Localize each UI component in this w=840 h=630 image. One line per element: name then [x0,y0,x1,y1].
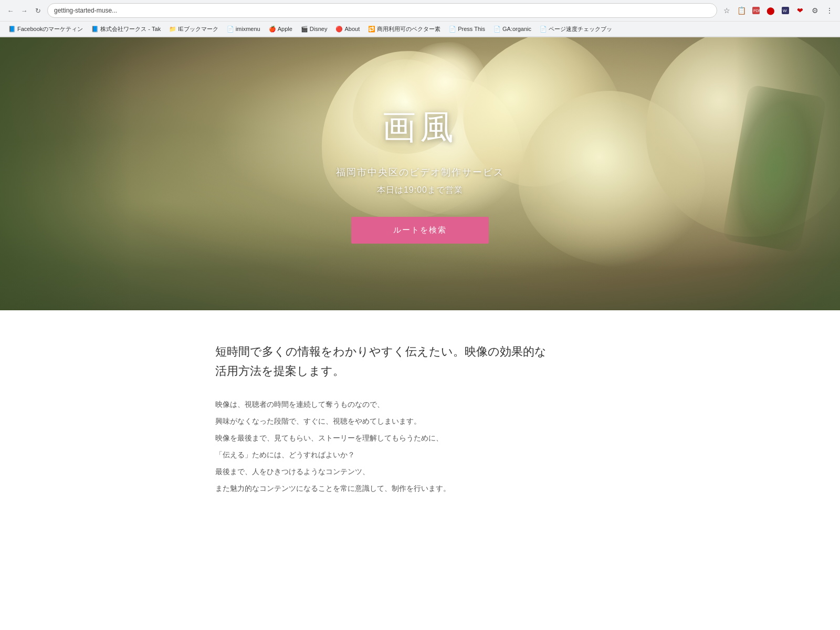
bookmark-favicon: 📄 [227,25,234,33]
forward-button[interactable]: → [19,5,29,16]
browser-controls: ← → ↻ [5,5,43,16]
hero-hours: 本日は19:00まで営業 [336,185,504,196]
blue-icon[interactable]: W [780,5,791,16]
content-section: 短時間で多くの情報をわかりやすく伝えたい。映像の効果的な活用方法を提案します。 … [184,342,656,496]
bookmark-favicon: 📘 [91,25,99,33]
bookmark-label: Apple [278,26,292,32]
content-paragraph: 映像を最後まで、見てもらい、ストーリーを理解してもらうために、 [215,430,625,445]
hero-title: 画風 [336,104,504,150]
bookmark-item[interactable]: 📘Facebookのマーケティン [5,24,86,34]
bookmark-favicon: 🔁 [368,25,375,33]
hero-content: 画風 福岡市中央区のビデオ制作サービス 本日は19:00まで営業 ルートを検索 [336,104,504,244]
bookmark-favicon: 🎬 [301,25,308,33]
bookmark-label: GA:organic [502,26,531,32]
content-paragraph: 映像は、視聴者の時間を連続して奪うものなので、 [215,397,625,412]
star-icon[interactable]: ☆ [721,5,732,16]
toolbar-icons: ☆ 📋 PDF ⬤ W ❤ ⚙ ⋮ [721,5,835,16]
address-text: getting-started-muse... [54,7,117,14]
content-paragraph: また魅力的なコンテンツになることを常に意識して、制作を行います。 [215,481,625,496]
red-circle-icon[interactable]: ⬤ [765,5,776,16]
bookmark-favicon: 📄 [449,25,456,33]
bookmark-item[interactable]: 📄imixmenu [224,24,264,34]
settings-icon[interactable]: ⚙ [810,5,820,16]
bookmark-label: 株式会社ワークス - Tak [100,25,161,33]
bookmark-favicon: 📁 [169,25,176,33]
bookmark-item[interactable]: 🍎Apple [266,24,296,34]
bookmark-item[interactable]: 🔴About [332,24,363,34]
hero-section: 画風 福岡市中央区のビデオ制作サービス 本日は19:00まで営業 ルートを検索 [0,37,840,310]
bookmark-item[interactable]: 📁IEブックマーク [166,24,221,34]
content-paragraph: 興味がなくなった段階で、すぐに、視聴をやめてしまいます。 [215,414,625,428]
bookmark-label: imixmenu [236,26,260,32]
bookmark-favicon: 📘 [8,25,16,33]
back-button[interactable]: ← [5,5,16,16]
bookmark-item[interactable]: 📄GA:organic [490,24,534,34]
browser-toolbar: ← → ↻ getting-started-muse... ☆ 📋 PDF ⬤ … [0,0,840,21]
bookmark-favicon: 📄 [540,25,547,33]
pdf-icon[interactable]: PDF [751,5,761,16]
content-body: 映像は、視聴者の時間を連続して奪うものなので、興味がなくなった段階で、すぐに、視… [215,397,625,496]
bookmark-label: IEブックマーク [178,25,218,33]
bookmark-item[interactable]: 🎬Disney [298,24,331,34]
content-paragraph: 最後まで、人をひきつけるようなコンテンツ、 [215,464,625,479]
bookmark-item[interactable]: 🔁商用利用可のベクター素 [365,24,444,34]
svg-text:W: W [783,8,787,13]
content-heading: 短時間で多くの情報をわかりやすく伝えたい。映像の効果的な活用方法を提案します。 [215,342,625,381]
browser-chrome: ← → ↻ getting-started-muse... ☆ 📋 PDF ⬤ … [0,0,840,37]
bookmark-favicon: 🔴 [335,25,343,33]
refresh-button[interactable]: ↻ [33,5,43,16]
bookmark-favicon: 📄 [494,25,501,33]
bookmark-label: Press This [458,26,485,32]
more-icon[interactable]: ⋮ [824,5,835,16]
content-paragraph: 「伝える」ためには、どうすればよいか？ [215,447,625,462]
bookmark-item[interactable]: 📘株式会社ワークス - Tak [88,24,164,34]
bookmark-item[interactable]: 📄Press This [446,24,488,34]
main-content: 短時間で多くの情報をわかりやすく伝えたい。映像の効果的な活用方法を提案します。 … [0,342,840,630]
bookmark-label: 商用利用可のベクター素 [377,25,440,33]
bookmark-label: About [344,26,360,32]
svg-text:PDF: PDF [753,9,760,13]
bookmark-item[interactable]: 📄ページ速度チェックブッ [537,24,615,34]
bookmark-label: Disney [310,26,328,32]
bookmark-label: Facebookのマーケティン [17,25,83,33]
bookmark-label: ページ速度チェックブッ [549,25,612,33]
bookmarks-bar: 📘Facebookのマーケティン📘株式会社ワークス - Tak📁IEブックマーク… [0,21,840,37]
address-bar[interactable]: getting-started-muse... [47,3,717,18]
bookmark-icon[interactable]: 📋 [736,5,747,16]
bookmark-favicon: 🍎 [269,25,276,33]
hero-subtitle: 福岡市中央区のビデオ制作サービス [336,166,504,178]
route-search-button[interactable]: ルートを検索 [351,217,489,244]
pinterest-icon[interactable]: ❤ [795,5,805,16]
